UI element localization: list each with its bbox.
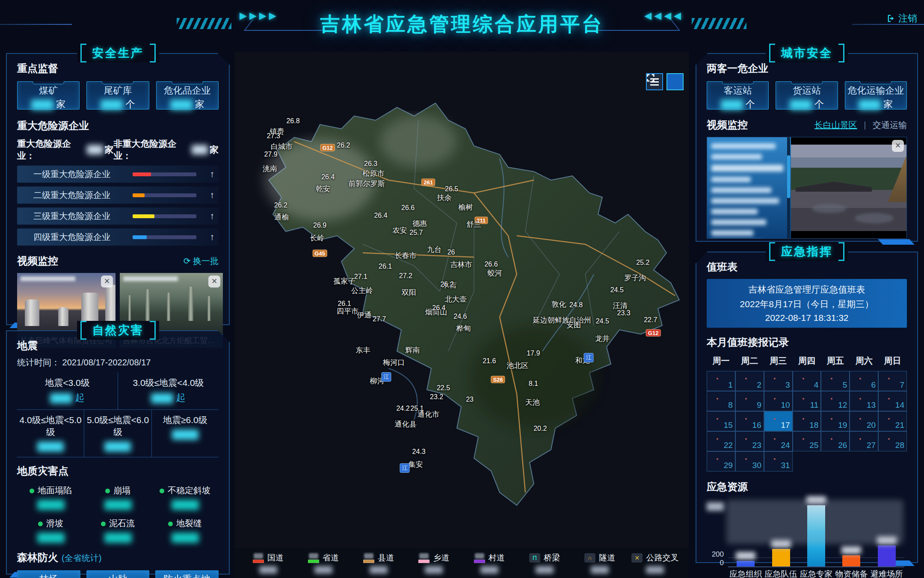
camera-list-item-blurred[interactable] (711, 209, 758, 214)
map-temp-label: 26.6 (401, 204, 415, 212)
close-icon[interactable]: ✕ (208, 276, 220, 288)
city-panel-title: 城市安全 (766, 44, 848, 62)
calendar-day[interactable]: 5 (821, 371, 850, 391)
quake-cell: 3.0级≤地震<4.0级 起 (118, 373, 219, 409)
calendar-day[interactable]: 30 (735, 451, 764, 471)
legend-item-tunnel[interactable]: ∩隧道 (573, 552, 627, 574)
camera-list-item-blurred[interactable] (711, 177, 751, 182)
timestamp-overlay-blurred (21, 276, 75, 281)
calendar-day[interactable]: 11 (793, 391, 821, 411)
calendar-day[interactable]: 31 (764, 451, 793, 471)
quake-cell: 4.0级≤地震<5.0级 (17, 410, 84, 457)
road-line-icon (253, 553, 264, 563)
stat-card-value: 家 (157, 98, 218, 111)
calendar-day[interactable]: 27 (850, 431, 878, 451)
calendar-day[interactable]: 29 (707, 451, 735, 471)
quake-cell-label: 地震<3.0级 (17, 377, 118, 389)
lkyw-card[interactable]: 客运站 个 (707, 81, 769, 110)
calendar-day[interactable]: 18 (793, 411, 821, 431)
calendar-day[interactable]: 23 (735, 431, 764, 451)
camera-list-item-blurred[interactable] (711, 143, 776, 149)
legend-symbol: Π (529, 553, 540, 563)
calendar-day[interactable]: 13 (850, 391, 878, 411)
calendar-day[interactable]: 14 (878, 391, 907, 411)
fullscreen-button[interactable] (666, 73, 684, 90)
calendar-day[interactable]: 20 (850, 411, 878, 431)
camera-list-item-blurred[interactable] (711, 230, 753, 236)
map-temp-label: 27.9 (264, 151, 277, 158)
link-changbaishan[interactable]: 长白山景区 (814, 120, 857, 130)
calendar-day[interactable]: 2 (735, 371, 764, 391)
map-temp-label: 24.8 (569, 301, 583, 309)
calendar-day[interactable]: 8 (707, 391, 735, 411)
scrollbar[interactable] (787, 137, 790, 238)
camera-list-item-blurred[interactable] (711, 165, 783, 172)
logout-button[interactable]: 注销 (886, 12, 917, 25)
supervision-card[interactable]: 煤矿 家 (17, 81, 80, 110)
calendar-day[interactable]: 6 (850, 371, 878, 391)
calendar-day[interactable]: 16 (735, 411, 764, 431)
axis-tick-0: 0 (720, 559, 724, 567)
legend-item-line[interactable]: 国道 (241, 552, 295, 574)
day-number: 3 (785, 380, 790, 390)
map-city-label: 九台 (427, 245, 441, 255)
map-road-shield: G12 (646, 329, 661, 336)
calendar-day[interactable]: 26 (821, 431, 850, 451)
refresh-batch-button[interactable]: ⟳ 换一批 (184, 255, 219, 267)
camera-live-view[interactable]: ✕ (791, 137, 906, 238)
event-dot (774, 398, 776, 400)
camera-list-item-blurred[interactable] (711, 198, 779, 204)
duty-schedule-card[interactable]: 吉林省应急管理厅应急值班表 2022年8月17日（今日，星期三） 2022-08… (707, 279, 907, 328)
camera-list[interactable] (707, 137, 791, 238)
calendar-day[interactable]: 3 (764, 371, 793, 391)
legend-item-line[interactable]: 乡道 (407, 552, 461, 574)
green-dot-icon (101, 522, 106, 526)
legend-item-cross[interactable]: ✕公路交叉 (628, 552, 682, 574)
geo-hazard-name: 地面塌陷 (38, 486, 72, 495)
day-number: 9 (757, 400, 761, 410)
calendar-day[interactable]: 7 (878, 371, 907, 391)
video-heading: 视频监控 (17, 254, 58, 268)
province-map[interactable]: 26.8镇赉27.3白城市27.9洮南G1226.226.3松原市前郭尔罗斯26… (234, 52, 689, 578)
lkyw-card[interactable]: 货运站 个 (776, 81, 838, 110)
camera-list-item-blurred[interactable] (711, 187, 771, 193)
calendar-day[interactable]: 25 (793, 431, 821, 451)
link-jiaotongyunshu[interactable]: 交通运输 (873, 120, 907, 130)
day-number: 31 (781, 461, 790, 470)
supervision-card[interactable]: 危化品企业 家 (156, 81, 219, 110)
calendar-day[interactable]: 22 (707, 431, 735, 451)
legend-item-bridge[interactable]: Π桥梁 (518, 552, 571, 574)
calendar-day[interactable]: 1 (707, 371, 735, 391)
map-city-label: 前郭尔罗斯 (349, 178, 385, 188)
calendar-day[interactable]: 19 (821, 411, 850, 431)
calendar-day[interactable]: 17 (764, 411, 793, 431)
calendar-day[interactable]: 9 (735, 391, 764, 411)
camera-list-item-blurred[interactable] (711, 219, 766, 225)
quake-stat-time: 统计时间： 2021/08/17-2022/08/17 (17, 357, 219, 368)
camera-list-item-blurred[interactable] (711, 154, 762, 160)
close-icon[interactable]: ✕ (892, 140, 904, 152)
calendar-day[interactable]: 4 (793, 371, 821, 391)
lkyw-card[interactable]: 危化运输企业 家 (845, 81, 907, 110)
hazard-level-bar-track (133, 235, 196, 239)
calendar-day[interactable]: 21 (878, 411, 907, 431)
calendar-day[interactable]: 15 (707, 411, 735, 431)
weekday-label: 周日 (878, 355, 907, 367)
calendar-day[interactable]: 12 (821, 391, 850, 411)
day-number: 7 (900, 380, 904, 390)
map-city-label: 通化市 (418, 409, 439, 419)
stat-card-label: 货运站 (776, 84, 837, 97)
geo-hazard-label: 滑坡 (17, 518, 84, 529)
scrollbar-thumb[interactable] (787, 155, 790, 198)
legend-item-line[interactable]: 省道 (296, 552, 350, 574)
supervision-card[interactable]: 尾矿库 个 (86, 81, 149, 110)
legend-item-line[interactable]: 村道 (462, 552, 516, 574)
logout-icon (886, 14, 896, 23)
calendar-day[interactable]: 24 (764, 431, 793, 451)
forest-cards: 林场山脉防火重点地 (17, 570, 219, 578)
map-temp-label: 26.6 (484, 261, 498, 268)
legend-item-line[interactable]: 县道 (352, 552, 406, 574)
close-icon[interactable]: ✕ (101, 276, 113, 288)
calendar-day[interactable]: 10 (764, 391, 793, 411)
calendar-day[interactable]: 28 (878, 431, 907, 451)
